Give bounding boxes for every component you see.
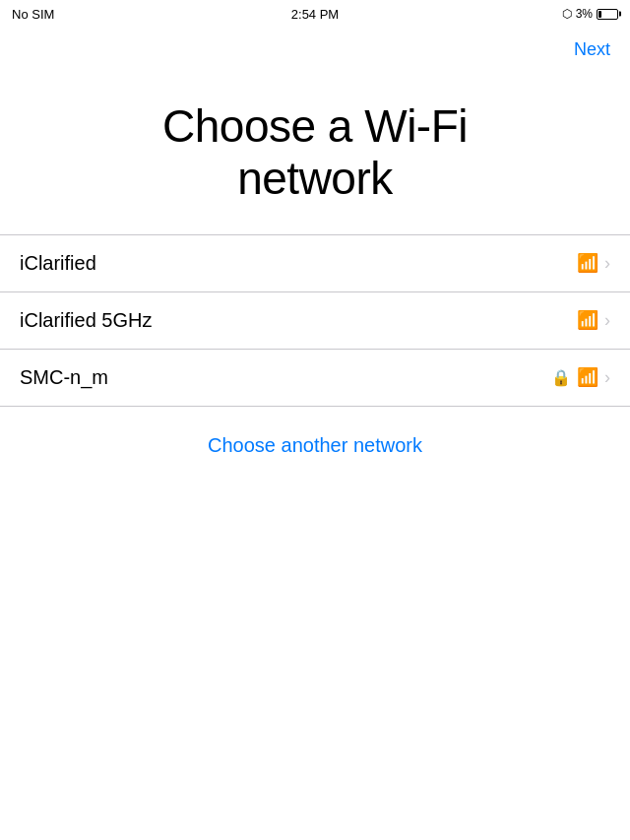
network-item-iclarified5ghz[interactable]: iClarified 5GHz 📶 › (0, 292, 630, 350)
network-name: iClarified (20, 252, 96, 275)
network-icons: 🔒 📶 › (551, 366, 610, 388)
title-line1: Choose a Wi-Fi (162, 100, 468, 152)
time-label: 2:54 PM (291, 7, 339, 22)
network-list: iClarified 📶 › iClarified 5GHz 📶 › SMC-n… (0, 234, 630, 407)
chevron-right-icon: › (604, 310, 610, 331)
title-line2: network (237, 153, 393, 204)
carrier-label: No SIM (12, 7, 54, 22)
network-name: SMC-n_m (20, 366, 108, 389)
status-right: ⬡ 3% (562, 7, 618, 21)
network-item-iclarified[interactable]: iClarified 📶 › (0, 235, 630, 292)
battery-body (597, 9, 618, 20)
battery-percent: 3% (576, 7, 593, 21)
battery-icon (597, 9, 618, 20)
lock-icon: 🔒 (551, 368, 571, 387)
wifi-icon: 📶 (577, 309, 598, 331)
chevron-right-icon: › (604, 253, 610, 274)
next-button[interactable]: Next (574, 39, 610, 60)
choose-another-section: Choose another network (0, 415, 630, 477)
network-icons: 📶 › (577, 309, 610, 331)
wifi-icon: 📶 (577, 252, 598, 274)
choose-another-network-button[interactable]: Choose another network (208, 434, 422, 457)
network-name: iClarified 5GHz (20, 309, 152, 332)
nav-bar: Next (0, 28, 630, 71)
status-bar: No SIM 2:54 PM ⬡ 3% (0, 0, 630, 28)
wifi-icon: 📶 (577, 366, 598, 388)
network-icons: 📶 › (577, 252, 610, 274)
bluetooth-icon: ⬡ (562, 7, 572, 21)
title-section: Choose a Wi-Fi network (0, 71, 630, 234)
network-item-smcnm[interactable]: SMC-n_m 🔒 📶 › (0, 350, 630, 407)
battery-fill (598, 11, 601, 18)
page-title: Choose a Wi-Fi network (59, 100, 571, 205)
chevron-right-icon: › (604, 367, 610, 388)
